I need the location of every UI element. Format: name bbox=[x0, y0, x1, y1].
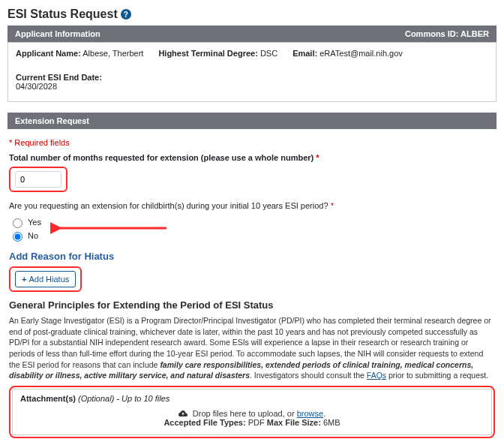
radio-yes[interactable] bbox=[13, 218, 22, 228]
applicant-info-header: Applicant Information Commons ID: ALBER bbox=[8, 26, 496, 42]
drop-text: Drop files here to upload, or bbox=[193, 409, 297, 418]
faqs-link[interactable]: FAQs bbox=[367, 371, 386, 380]
applicant-info-box: Applicant Name: Albese, Therbert Highest… bbox=[8, 42, 496, 102]
principles-body: An Early Stage Investigator (ESI) is a P… bbox=[9, 315, 495, 381]
commons-id-label: Commons ID: bbox=[405, 29, 459, 38]
radio-no-row: No bbox=[9, 230, 495, 242]
accepted-row: Accepted File Types: PDF Max File Size: … bbox=[20, 418, 484, 427]
esi-end-date-value: 04/30/2028 bbox=[16, 82, 57, 91]
accepted-label: Accepted File Types: bbox=[164, 418, 245, 427]
childbirth-radio-group: Yes No bbox=[9, 216, 495, 242]
radio-no-label: No bbox=[28, 231, 38, 240]
maxsize-label: Max File Size: bbox=[267, 418, 321, 427]
drop-area[interactable]: Drop files here to upload, or browse. Ac… bbox=[20, 409, 484, 427]
drop-period: . bbox=[323, 409, 326, 418]
page-title-text: ESI Status Request bbox=[8, 8, 118, 21]
radio-yes-label: Yes bbox=[28, 218, 41, 227]
attachments-limit: - Up to 10 files bbox=[116, 394, 170, 403]
months-label: Total number of months requested for ext… bbox=[9, 153, 495, 162]
attachments-block: Attachment(s) (Optional) - Up to 10 file… bbox=[12, 389, 492, 435]
help-icon[interactable]: ? bbox=[121, 9, 131, 20]
commons-id-value: ALBER bbox=[460, 29, 489, 38]
highest-degree-value: DSC bbox=[260, 49, 278, 58]
attachments-label: Attachment(s) bbox=[20, 394, 76, 403]
months-label-text: Total number of months requested for ext… bbox=[9, 153, 314, 162]
email-value: eRATest@mail.nih.gov bbox=[320, 49, 403, 58]
email-label: Email: bbox=[292, 49, 317, 58]
extension-request-title: Extension Request bbox=[15, 116, 89, 125]
attachments-optional: (Optional) bbox=[78, 394, 114, 403]
attachments-head: Attachment(s) (Optional) - Up to 10 file… bbox=[20, 394, 484, 403]
extension-request-header: Extension Request bbox=[8, 113, 496, 129]
principles-body-2: . Investigators should consult the bbox=[250, 371, 367, 380]
hiatus-section-title: Add Reason for Hiatus bbox=[9, 251, 495, 262]
email: Email: eRATest@mail.nih.gov bbox=[292, 49, 403, 58]
childbirth-question-text: Are you requesting an extension for chil… bbox=[9, 201, 328, 210]
add-hiatus-highlight-annotation: + Add Hiatus bbox=[9, 266, 82, 292]
applicant-info-title: Applicant Information bbox=[15, 29, 100, 38]
extension-request-body: * Required fields Total number of months… bbox=[8, 129, 496, 448]
esi-end-date: Current ESI End Date: 04/30/2028 bbox=[16, 73, 102, 91]
principles-body-3: prior to submitting a request. bbox=[386, 371, 488, 380]
highest-degree: Highest Terminal Degree: DSC bbox=[158, 49, 278, 58]
principles-title: General Principles for Extending the Per… bbox=[9, 299, 495, 311]
applicant-name-label: Applicant Name: bbox=[16, 49, 81, 58]
accepted-value: PDF bbox=[248, 418, 265, 427]
required-asterisk: * bbox=[316, 153, 319, 162]
add-hiatus-button[interactable]: + Add Hiatus bbox=[15, 271, 76, 287]
page-title: ESI Status Request ? bbox=[8, 8, 496, 21]
cloud-upload-icon bbox=[178, 409, 188, 418]
esi-end-date-label: Current ESI End Date: bbox=[16, 73, 102, 82]
applicant-name: Applicant Name: Albese, Therbert bbox=[16, 49, 143, 58]
browse-link[interactable]: browse bbox=[297, 409, 323, 418]
plus-icon: + bbox=[22, 275, 26, 284]
childbirth-question-row: Are you requesting an extension for chil… bbox=[9, 201, 495, 210]
applicant-name-value: Albese, Therbert bbox=[82, 49, 143, 58]
radio-yes-row: Yes bbox=[9, 216, 495, 228]
attachments-highlight-annotation: Attachment(s) (Optional) - Up to 10 file… bbox=[9, 386, 495, 438]
commons-id-block: Commons ID: ALBER bbox=[405, 29, 489, 38]
months-input[interactable] bbox=[15, 171, 62, 188]
required-note: * Required fields bbox=[9, 138, 495, 147]
months-highlight-annotation bbox=[9, 167, 68, 192]
radio-no[interactable] bbox=[13, 232, 22, 242]
add-hiatus-label: Add Hiatus bbox=[28, 275, 69, 284]
highest-degree-label: Highest Terminal Degree: bbox=[158, 49, 257, 58]
maxsize-value: 6MB bbox=[323, 418, 340, 427]
required-asterisk: * bbox=[331, 201, 334, 210]
